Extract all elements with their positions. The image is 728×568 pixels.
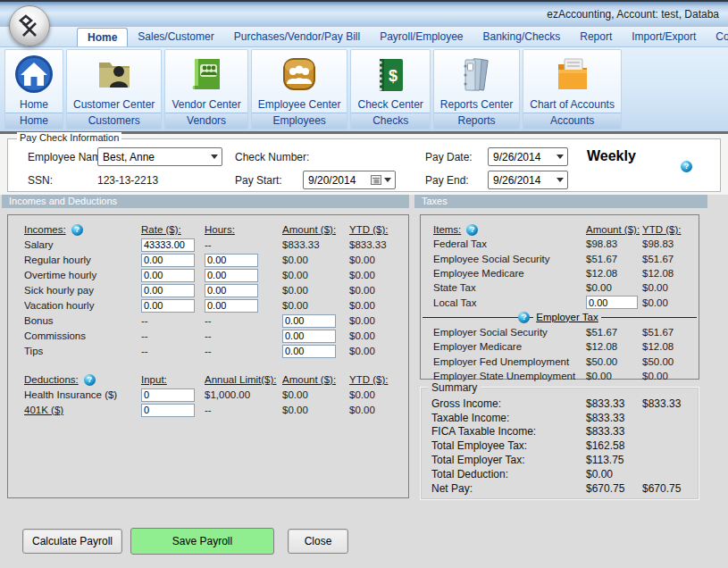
- close-button[interactable]: Close: [288, 529, 348, 554]
- vacation-hours-input[interactable]: [205, 299, 258, 313]
- income-row-salary: Salary -- $833.33 $833.33: [8, 238, 408, 252]
- hours-header: Hours:: [205, 224, 282, 235]
- overtime-rate-input[interactable]: [141, 269, 195, 282]
- taxes-section-header: Taxes: [414, 195, 707, 208]
- vendor-center-icon: [184, 52, 229, 96]
- tax-row-local: Local Tax $0.00: [421, 295, 699, 309]
- toolbar-button-label: Employee Center: [258, 96, 341, 112]
- pay-start-datepicker[interactable]: 9/20/2014: [303, 171, 396, 189]
- tab-home[interactable]: Home: [77, 28, 128, 46]
- income-row-overtime-hourly: Overtime hourly $0.00 $0.00: [8, 268, 408, 282]
- toolbar-group-label: Checks: [351, 113, 429, 129]
- title-bar: ezAccounting, Account: test, Databa: [0, 0, 728, 27]
- tab-sales-customer[interactable]: Sales/Customer: [128, 28, 223, 46]
- annual-limit-header: Annual Limit($):: [205, 374, 282, 385]
- toolbar-button-label: Vendor Center: [172, 96, 240, 112]
- toolbar-group-label: Home: [5, 113, 63, 129]
- customer-center-button[interactable]: Customer Center Customers: [66, 49, 162, 129]
- help-icon[interactable]: [518, 312, 530, 323]
- amount-header: Amount ($):: [586, 224, 642, 235]
- toolbar-button-label: Home: [20, 96, 48, 112]
- calculate-payroll-button[interactable]: Calculate Payroll: [22, 529, 122, 554]
- summary-row-total-employer-tax: Total Employer Tax: $113.75: [421, 453, 699, 467]
- income-row-tips: Tips -- -- $0.00: [8, 344, 408, 358]
- summary-row-fica-taxable-income: FICA Taxable Income: $833.33: [421, 425, 699, 439]
- regular-hours-input[interactable]: [205, 254, 258, 267]
- salary-rate-input[interactable]: [141, 238, 195, 252]
- 401k-link[interactable]: 401K ($): [24, 405, 141, 415]
- incomes-deductions-section-header: Incomes and Deductions: [2, 195, 409, 208]
- ez-logo-icon: [14, 11, 45, 41]
- income-row-commissions: Commissions -- -- $0.00: [8, 329, 408, 343]
- pay-end-select[interactable]: 9/26/2014: [488, 171, 568, 189]
- sick-rate-input[interactable]: [141, 284, 195, 297]
- local-tax-input[interactable]: [586, 296, 638, 309]
- help-icon[interactable]: [681, 161, 692, 172]
- regular-rate-input[interactable]: [141, 254, 195, 267]
- tax-row-employer-social-security: Employer Social Security $51.67 $51.67: [421, 325, 699, 339]
- overtime-hours-input[interactable]: [205, 269, 258, 282]
- toolbar-button-label: Customer Center: [73, 96, 155, 112]
- income-row-vacation-hourly: Vacation hourly $0.00 $0.00: [8, 298, 408, 313]
- pay-start-label: Pay Start:: [235, 174, 282, 187]
- toolbar-button-label: Check Center: [357, 96, 423, 112]
- employer-tax-divider: Employer Tax: [421, 310, 699, 325]
- home-button[interactable]: Home Home: [4, 49, 63, 129]
- toolbar-button-label: Chart of Accounts: [530, 96, 615, 112]
- chart-of-accounts-icon: [550, 52, 595, 96]
- summary-row-taxable-income: Taxable Income: $833.33: [421, 411, 699, 425]
- income-row-sick-hourly: Sick hourly pay $0.00 $0.00: [8, 283, 408, 297]
- pay-date-label: Pay Date:: [425, 151, 473, 163]
- help-icon[interactable]: [71, 224, 83, 236]
- reports-center-button[interactable]: Reports Center Reports: [433, 49, 520, 129]
- tax-row-state: State Tax $0.00 $0.00: [421, 280, 699, 295]
- tax-row-employer-fed-unemployment: Employer Fed Unemployment $50.00 $50.00: [421, 354, 699, 368]
- health-insurance-input[interactable]: [141, 388, 195, 402]
- incomes-header: Incomes:: [24, 224, 66, 235]
- deduction-row-health-insurance: Health Insurance ($) $1,000.00 $0.00 $0.…: [8, 388, 408, 402]
- pay-date-select[interactable]: 9/26/2014: [488, 147, 568, 166]
- ytd-header: YTD ($):: [349, 374, 408, 385]
- items-header: Items:: [433, 224, 461, 235]
- employee-center-icon: [277, 52, 322, 96]
- commissions-amount-input[interactable]: [282, 330, 336, 343]
- toolbar-group-label: Accounts: [523, 113, 621, 129]
- tab-report[interactable]: Report: [570, 28, 622, 46]
- taxes-header-row: Items: Amount ($): YTD ($):: [421, 222, 699, 237]
- tab-banking-checks[interactable]: Banking/Checks: [473, 28, 571, 46]
- svg-text:$: $: [389, 67, 397, 85]
- chevron-down-icon: [384, 178, 391, 182]
- summary-title: Summary: [428, 381, 481, 394]
- income-row-regular-hourly: Regular hourly $0.00 $0.00: [8, 253, 408, 267]
- chart-of-accounts-button[interactable]: Chart of Accounts Accounts: [523, 49, 622, 129]
- check-number-label: Check Number:: [235, 151, 309, 163]
- summary-row-net-pay: Net Pay: $670.75 $670.75: [421, 481, 699, 496]
- income-row-bonus: Bonus -- -- $0.00: [8, 313, 408, 328]
- tax-row-employee-medicare: Employee Medicare $12.08 $12.08: [421, 266, 699, 280]
- toolbar-group-label: Customers: [67, 113, 161, 129]
- tab-import-export[interactable]: Import/Export: [622, 28, 706, 46]
- vacation-rate-input[interactable]: [141, 299, 195, 313]
- employee-center-button[interactable]: Employee Center Employees: [251, 49, 348, 129]
- tab-payroll-employee[interactable]: Payroll/Employee: [370, 28, 473, 46]
- sick-hours-input[interactable]: [205, 284, 258, 297]
- employer-tax-label: Employer Tax: [533, 312, 600, 323]
- app-logo-orb[interactable]: [9, 5, 50, 46]
- help-icon[interactable]: [84, 374, 96, 386]
- amount-header: Amount ($):: [282, 224, 349, 235]
- 401k-input[interactable]: [141, 404, 195, 417]
- help-icon[interactable]: [466, 224, 478, 236]
- ribbon-toolbar: Home Home Customer Center Customers: [0, 47, 728, 131]
- bonus-amount-input[interactable]: [282, 314, 336, 328]
- vendor-center-button[interactable]: Vendor Center Vendors: [164, 49, 247, 129]
- app-window: ezAccounting, Account: test, Databa Home…: [0, 0, 728, 568]
- chevron-down-icon: [552, 148, 567, 165]
- tips-amount-input[interactable]: [282, 345, 336, 358]
- check-center-button[interactable]: $ Check Center Checks: [350, 49, 430, 129]
- save-payroll-button[interactable]: Save Payroll: [130, 528, 274, 555]
- tab-company[interactable]: Company: [706, 28, 728, 46]
- tab-purchases-vendor-pay-bill[interactable]: Purchases/Vendor/Pay Bill: [224, 28, 370, 46]
- deduction-row-401k: 401K ($) -- $0.00 $0.00: [8, 403, 408, 417]
- group-title: Pay Check Information: [17, 132, 121, 143]
- employee-name-select[interactable]: Best, Anne: [97, 147, 222, 166]
